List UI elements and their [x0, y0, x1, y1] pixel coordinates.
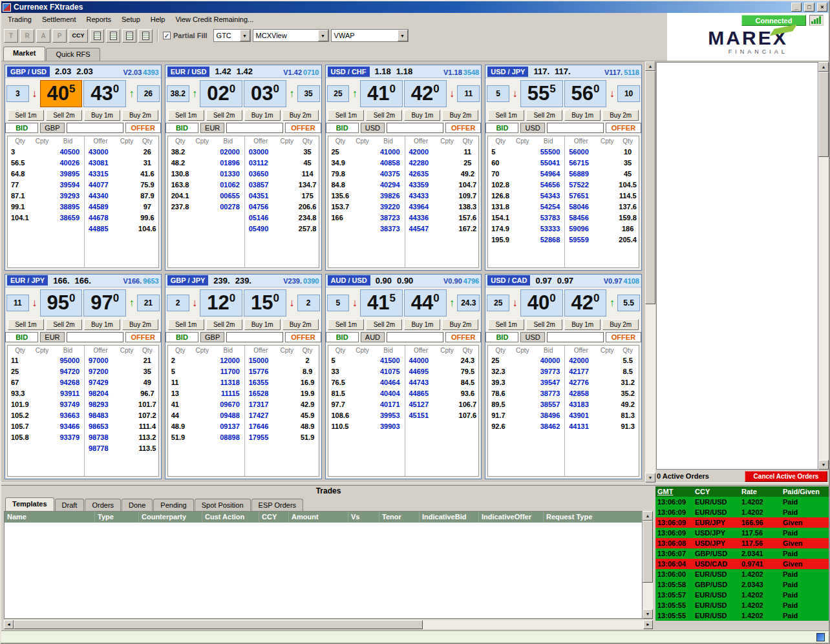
offer-price-tile[interactable]: 440 — [404, 289, 447, 317]
offer-price-tile[interactable]: 560 — [564, 80, 607, 107]
cancel-active-orders-button[interactable]: Cancel Active Orders — [745, 471, 827, 482]
bid-button[interactable]: BID — [165, 332, 198, 342]
offer-button[interactable]: OFFER — [125, 123, 161, 133]
trades-col-cust-action[interactable]: Cust Action — [202, 512, 259, 523]
amount-input[interactable] — [226, 332, 283, 342]
amount-input[interactable] — [547, 332, 604, 342]
menu-view-credit-remaining[interactable]: View Credit Remaining... — [170, 14, 259, 25]
trades-col-ccy[interactable]: CCY — [259, 512, 289, 523]
toolbar-button-ccy[interactable]: CCY — [69, 29, 88, 43]
menu-setup[interactable]: Setup — [116, 14, 145, 25]
scroll-up-icon[interactable]: ▲ — [818, 62, 829, 72]
sell-2m-button[interactable]: Sell 2m — [46, 319, 82, 330]
offer-button[interactable]: OFFER — [606, 123, 641, 133]
scroll-up-icon[interactable]: ▲ — [643, 511, 653, 521]
tab-market[interactable]: Market — [3, 47, 45, 61]
offer-price-tile[interactable]: 150 — [244, 289, 286, 317]
offer-price-tile[interactable]: 030 — [244, 80, 286, 107]
menu-reports[interactable]: Reports — [81, 14, 116, 25]
print-button[interactable] — [138, 29, 153, 43]
scroll-up-icon[interactable]: ▲ — [645, 61, 655, 71]
buy-1m-button[interactable]: Buy 1m — [84, 110, 120, 121]
buy-2m-button[interactable]: Buy 2m — [602, 110, 639, 121]
bid-button[interactable]: BID — [326, 123, 359, 133]
bid-price-tile[interactable]: 405 — [40, 80, 83, 107]
scroll-down-icon[interactable]: ▼ — [818, 460, 829, 470]
toolbar-button-t[interactable]: T — [4, 29, 18, 43]
bid-button[interactable]: BID — [165, 123, 198, 133]
trades-col-type[interactable]: Type — [95, 512, 139, 523]
offer-button[interactable]: OFFER — [445, 123, 481, 133]
sell-2m-button[interactable]: Sell 2m — [366, 319, 402, 330]
trades-tab-pending[interactable]: Pending — [153, 499, 193, 511]
sell-2m-button[interactable]: Sell 2m — [206, 319, 242, 330]
toolbar-button-p[interactable]: P — [52, 29, 67, 43]
buy-2m-button[interactable]: Buy 2m — [122, 110, 158, 121]
trades-tab-done[interactable]: Done — [122, 499, 153, 511]
notes-button[interactable] — [90, 29, 104, 43]
bid-price-tile[interactable]: 410 — [360, 80, 403, 107]
sell-2m-button[interactable]: Sell 2m — [206, 110, 242, 121]
sell-2m-button[interactable]: Sell 2m — [526, 319, 562, 330]
sell-1m-button[interactable]: Sell 1m — [168, 319, 204, 330]
trades-col-indicativebid[interactable]: IndicativeBid — [420, 512, 479, 523]
buy-1m-button[interactable]: Buy 1m — [84, 319, 120, 330]
buy-1m-button[interactable]: Buy 1m — [404, 319, 440, 330]
chevron-down-icon[interactable]: ▼ — [318, 30, 328, 41]
algo-dropdown[interactable]: VWAP▼ — [331, 29, 409, 42]
trades-scrollbar-thumb[interactable] — [643, 521, 653, 583]
trades-col-counterparty[interactable]: Counterparty — [139, 512, 202, 523]
chevron-down-icon[interactable]: ▼ — [240, 30, 250, 41]
sell-1m-button[interactable]: Sell 1m — [328, 319, 364, 330]
tif-dropdown[interactable]: GTC▼ — [213, 29, 251, 42]
scroll-down-icon[interactable]: ▼ — [645, 473, 655, 483]
sell-1m-button[interactable]: Sell 1m — [488, 319, 524, 330]
trades-tab-esp-orders[interactable]: ESP Orders — [251, 499, 304, 511]
amount-input[interactable] — [67, 332, 123, 342]
amount-input[interactable] — [547, 123, 604, 133]
chevron-down-icon[interactable]: ▼ — [398, 30, 408, 41]
bid-price-tile[interactable]: 020 — [200, 80, 242, 107]
offer-button[interactable]: OFFER — [285, 332, 321, 342]
buy-2m-button[interactable]: Buy 2m — [122, 319, 158, 330]
trades-scrollbar[interactable]: ▲▼ — [643, 511, 653, 619]
bid-button[interactable]: BID — [485, 123, 518, 133]
offer-price-tile[interactable]: 430 — [83, 80, 126, 107]
market-scrollbar[interactable]: ▲▼ — [645, 61, 655, 483]
tab-quick-rfs[interactable]: Quick RFS — [46, 48, 100, 61]
buy-2m-button[interactable]: Buy 2m — [442, 319, 478, 330]
sell-1m-button[interactable]: Sell 1m — [168, 110, 204, 121]
amount-input[interactable] — [226, 123, 283, 133]
offer-button[interactable]: OFFER — [125, 332, 161, 342]
trades-col-vs[interactable]: Vs — [348, 512, 379, 523]
sell-2m-button[interactable]: Sell 2m — [366, 110, 402, 121]
trades-tab-orders[interactable]: Orders — [85, 499, 121, 511]
amount-input[interactable] — [67, 123, 123, 133]
trades-col-amount[interactable]: Amount — [289, 512, 348, 523]
trades-tab-draft[interactable]: Draft — [55, 499, 85, 511]
toolbar-button-r[interactable]: R — [20, 29, 34, 43]
bid-price-tile[interactable]: 120 — [200, 289, 242, 317]
buy-1m-button[interactable]: Buy 1m — [564, 319, 601, 330]
buy-2m-button[interactable]: Buy 2m — [442, 110, 478, 121]
toolbar-button-a[interactable]: A — [36, 29, 50, 43]
trades-col-indicativeoffer[interactable]: IndicativeOffer — [479, 512, 544, 523]
sell-1m-button[interactable]: Sell 1m — [328, 110, 364, 121]
offer-button[interactable]: OFFER — [285, 123, 321, 133]
bid-button[interactable]: BID — [485, 332, 518, 342]
bid-button[interactable]: BID — [326, 332, 359, 342]
offer-price-tile[interactable]: 420 — [564, 289, 607, 317]
buy-1m-button[interactable]: Buy 1m — [244, 319, 281, 330]
orders-scrollbar[interactable]: ▲▼ — [818, 62, 829, 470]
trades-col-name[interactable]: Name — [5, 512, 95, 523]
bid-price-tile[interactable]: 950 — [40, 289, 83, 317]
buy-1m-button[interactable]: Buy 1m — [404, 110, 440, 121]
trades-tab-templates[interactable]: Templates — [5, 497, 54, 511]
bid-button[interactable]: BID — [5, 332, 38, 342]
sell-1m-button[interactable]: Sell 1m — [8, 319, 44, 330]
view-dropdown[interactable]: MCXView▼ — [253, 29, 329, 42]
trades-col-request-type[interactable]: Request Type — [544, 512, 642, 523]
sell-1m-button[interactable]: Sell 1m — [488, 110, 524, 121]
menu-help[interactable]: Help — [145, 14, 171, 25]
offer-price-tile[interactable]: 970 — [83, 289, 126, 317]
